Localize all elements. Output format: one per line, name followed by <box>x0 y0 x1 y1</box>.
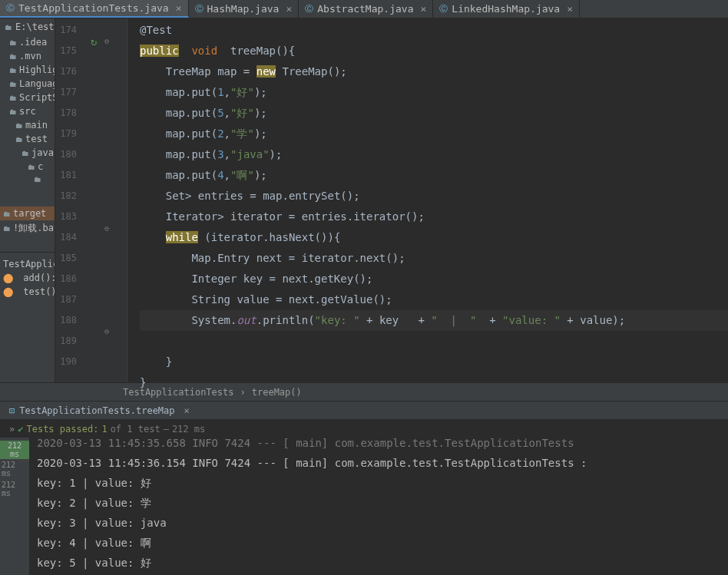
tree-item[interactable]: 🖿 c <box>0 160 55 173</box>
tab-abstractmap[interactable]: Ⓒ AbstractMap.java × <box>299 0 433 18</box>
check-icon: ✔ <box>18 424 23 435</box>
console-line: 2020-03-13 11:45:35.658 INFO 7424 --- [ … <box>37 433 720 453</box>
close-icon[interactable]: × <box>567 3 573 15</box>
tab-testapplicationtests[interactable]: Ⓒ TestApplicationTests.java × <box>0 0 189 18</box>
close-icon[interactable]: × <box>184 405 190 416</box>
fold-icon[interactable]: ⊖ <box>104 37 109 45</box>
bottom-structure: TestApplic ⬤ add(): v ⬤ test(): v <box>0 252 55 299</box>
tab-label: AbstractMap.java <box>317 3 413 15</box>
folder-icon: 🖿 <box>5 23 12 31</box>
tree-item[interactable]: 🖿 Languages <box>0 77 55 91</box>
console-output[interactable]: 2020-03-13 11:45:35.658 INFO 7424 --- [ … <box>29 438 728 575</box>
console-line: key: 1 | value: 好 <box>37 473 720 493</box>
tab-hashmap[interactable]: Ⓒ HashMap.java × <box>189 0 299 18</box>
tree-item[interactable]: 🖿 HighlightS <box>0 63 55 77</box>
fold-icon[interactable]: ⊖ <box>104 327 109 335</box>
editor-tabs: Ⓒ TestApplicationTests.java × Ⓒ HashMap.… <box>0 0 728 18</box>
console-line: 2020-03-13 11:45:36.154 INFO 7424 --- [ … <box>37 453 720 473</box>
tree-item[interactable]: 🖿 <box>0 173 55 185</box>
java-icon: Ⓒ <box>305 3 313 15</box>
main-layout: 🖿 E:\test 🖿 .idea🖿 .mvn🖿 HighlightS🖿 Lan… <box>0 18 728 382</box>
tree-item[interactable]: 🖿 main <box>0 118 55 132</box>
tab-label: LinkedHashMap.java <box>452 3 560 15</box>
console-panel: 212 ms 212 ms 212 ms 2020-03-13 11:45:35… <box>0 438 728 575</box>
console-line: key: 4 | value: 啊 <box>37 533 720 553</box>
console-line: key: 3 | value: java <box>37 513 720 533</box>
breadcrumb-class[interactable]: TestApplicationTests <box>123 387 234 398</box>
tree-item[interactable]: 🖿 src <box>0 104 55 118</box>
project-tree: 🖿 .idea🖿 .mvn🖿 HighlightS🖿 Languages🖿 Sc… <box>0 35 55 236</box>
breadcrumb: TestApplicationTests › treeMap() <box>0 382 728 401</box>
line-gutter: 174 175 176 177 178 179 180 181 182 183 … <box>55 18 83 382</box>
time-item: 212 ms <box>0 479 29 499</box>
tree-item[interactable]: 🖿 ScriptSamp <box>0 91 55 104</box>
code-area[interactable]: @Test public void treeMap(){ TreeMap map… <box>127 18 728 382</box>
tree-item[interactable]: 🖿 java <box>0 146 55 160</box>
breadcrumb-method[interactable]: treeMap() <box>252 387 302 398</box>
tree-item[interactable]: 🖿 target <box>0 207 55 220</box>
structure-item[interactable]: TestApplic <box>0 257 55 271</box>
java-icon: Ⓒ <box>6 2 15 14</box>
tree-item[interactable]: 🖿 test <box>0 132 55 146</box>
project-root-label: E:\test <box>15 21 55 32</box>
run-gutter-icon[interactable]: ↻ <box>91 35 97 48</box>
project-root[interactable]: 🖿 E:\test <box>0 18 55 35</box>
expand-icon[interactable]: » <box>9 424 15 435</box>
chevron-right-icon: › <box>240 387 246 398</box>
java-icon: Ⓒ <box>439 3 448 15</box>
fold-icon[interactable]: ⊖ <box>104 224 109 233</box>
structure-item[interactable]: ⬤ add(): v <box>0 271 55 285</box>
tree-item <box>0 185 55 207</box>
tree-item[interactable]: 🖿 !卸载.bat <box>0 220 55 236</box>
console-line: key: 5 | value: 好 <box>37 553 720 573</box>
tab-label: HashMap.java <box>207 3 280 15</box>
java-icon: Ⓒ <box>195 3 204 15</box>
run-tab-label: TestApplicationTests.treeMap <box>19 405 174 416</box>
tab-linkedhashmap[interactable]: Ⓒ LinkedHashMap.java × <box>433 0 580 18</box>
close-icon[interactable]: × <box>420 3 426 15</box>
close-icon[interactable]: × <box>176 2 182 14</box>
test-icon: ⊡ <box>9 405 15 416</box>
tree-item[interactable]: 🖿 .idea <box>0 35 55 49</box>
close-icon[interactable]: × <box>286 3 292 15</box>
tree-item[interactable]: 🖿 .mvn <box>0 49 55 63</box>
tab-label: TestApplicationTests.java <box>18 2 169 14</box>
code-editor[interactable]: 174 175 176 177 178 179 180 181 182 183 … <box>55 18 728 382</box>
time-badge: 212 ms <box>0 441 29 459</box>
run-tool-tab[interactable]: ⊡ TestApplicationTests.treeMap × <box>0 401 728 419</box>
test-tree-sidebar: 212 ms 212 ms 212 ms <box>0 438 29 575</box>
project-sidebar: 🖿 E:\test 🖿 .idea🖿 .mvn🖿 HighlightS🖿 Lan… <box>0 18 55 382</box>
console-line: key: 2 | value: 学 <box>37 493 720 513</box>
fold-gutter: ↻ ⊖ ⊖ ⊖ <box>83 18 127 382</box>
structure-item[interactable]: ⬤ test(): v <box>0 285 55 299</box>
time-item: 212 ms <box>0 459 29 479</box>
